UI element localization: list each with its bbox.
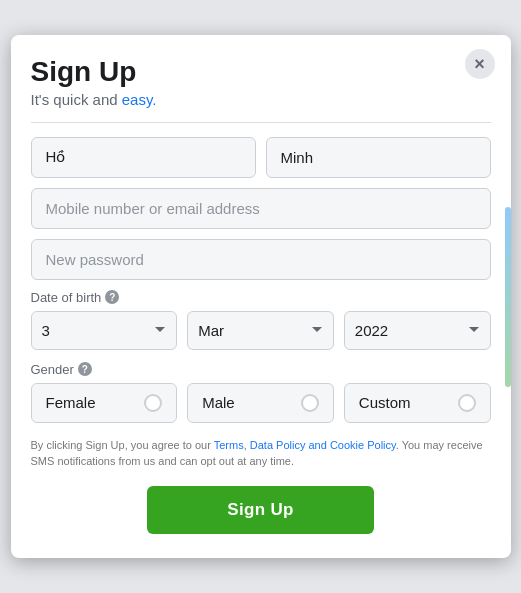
gender-male-label: Male [202, 394, 235, 411]
password-input[interactable] [31, 239, 491, 280]
dob-year-select[interactable]: 2022 2021 2020 2019 2018 2017 2016 2015 … [344, 311, 491, 350]
modal-title: Sign Up [31, 55, 491, 89]
data-policy-link[interactable]: Data Policy and Cookie Policy [250, 439, 396, 451]
gender-row: Female Male Custom [31, 383, 491, 423]
terms-text: By clicking Sign Up, you agree to our Te… [31, 437, 491, 470]
modal-header: Sign Up It's quick and easy. [31, 55, 491, 108]
close-button[interactable]: × [465, 49, 495, 79]
mobile-email-wrapper [31, 188, 491, 229]
terms-link[interactable]: Terms [214, 439, 244, 451]
dob-section: Date of birth ? 3 12 45 67 89 1011 1213 … [31, 290, 491, 350]
first-name-input[interactable] [31, 137, 256, 178]
gender-female-radio[interactable] [144, 394, 162, 412]
mobile-email-input[interactable] [31, 188, 491, 229]
last-name-input[interactable] [266, 137, 491, 178]
dob-month-select[interactable]: Jan Feb Mar Apr May Jun Jul Aug Sep Oct … [187, 311, 334, 350]
gender-custom-label: Custom [359, 394, 411, 411]
gender-help-icon[interactable]: ? [78, 362, 92, 376]
password-wrapper [31, 239, 491, 280]
gender-female-label: Female [46, 394, 96, 411]
dob-row: 3 12 45 67 89 1011 1213 1415 1617 1819 2… [31, 311, 491, 350]
close-icon: × [474, 54, 485, 75]
signup-button-label: Sign Up [227, 500, 293, 519]
name-row [31, 137, 491, 178]
header-divider [31, 122, 491, 123]
signup-button[interactable]: Sign Up [147, 486, 373, 534]
modal-subtitle: It's quick and easy. [31, 91, 491, 108]
gender-section: Gender ? Female Male Custom [31, 362, 491, 423]
gender-option-custom[interactable]: Custom [344, 383, 491, 423]
modal-overlay: Sign Up It's quick and easy. × Date of b… [0, 0, 521, 593]
modal-subtitle-plain: It's quick and [31, 91, 122, 108]
dob-day-select[interactable]: 3 12 45 67 89 1011 1213 1415 1617 1819 2… [31, 311, 178, 350]
gender-option-male[interactable]: Male [187, 383, 334, 423]
dob-help-icon[interactable]: ? [105, 290, 119, 304]
dob-label: Date of birth ? [31, 290, 491, 305]
gender-custom-radio[interactable] [458, 394, 476, 412]
sidebar-accent [505, 207, 511, 387]
gender-option-female[interactable]: Female [31, 383, 178, 423]
modal-subtitle-highlight: easy. [122, 91, 157, 108]
signup-modal: Sign Up It's quick and easy. × Date of b… [11, 35, 511, 558]
gender-label: Gender ? [31, 362, 491, 377]
gender-male-radio[interactable] [301, 394, 319, 412]
